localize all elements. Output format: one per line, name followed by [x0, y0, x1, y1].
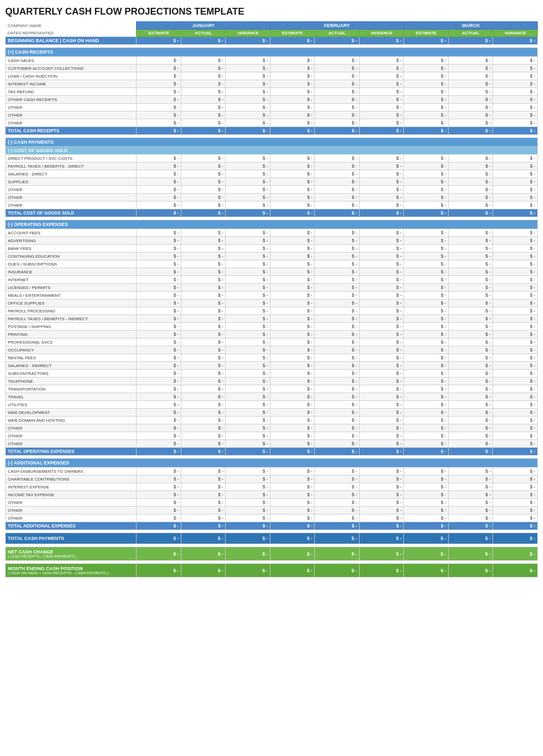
- cash-receipts-header: (+) CASH RECEIPTS: [6, 48, 538, 57]
- var-feb: VARIANCE: [359, 30, 404, 37]
- var-jan: VARIANCE: [226, 30, 270, 37]
- operating-expenses-header: (-) OPERATING EXPENSES: [6, 220, 538, 229]
- beginning-balance-row: BEGINNING BALANCE | CASH ON HAND $ - $ -…: [6, 37, 538, 45]
- list-item: ACCOUNT FEES$ -$ -$ -$ -$ -$ -$ -$ -$ -: [6, 229, 538, 237]
- bb-est-jan[interactable]: $ -: [137, 37, 181, 45]
- cash-flow-table: COMPANY NAME JANUARY FEBRUARY MARCH DATE…: [5, 21, 538, 577]
- beginning-balance-label: BEGINNING BALANCE | CASH ON HAND: [6, 37, 137, 45]
- bb-act-mar[interactable]: $ -: [448, 37, 493, 45]
- month-ending-sub: ( CASH ON HAND + CASH RECEIPTS – CASH PA…: [8, 571, 134, 575]
- list-item: PAYROLL TAXES / BENEFITS - DIRECT $ -$ -…: [6, 162, 538, 170]
- list-item: PROFESSIONAL SVCS$ -$ -$ -$ -$ -$ -$ -$ …: [6, 338, 538, 346]
- list-item: OTHER $ -$ -$ - $ -$ -$ - $ -$ -$ -: [6, 201, 538, 209]
- list-item: TAX REFUND $ -$ -$ - $ -$ -$ - $ -$ -$ -: [6, 88, 538, 96]
- bb-act-feb[interactable]: $ -: [315, 37, 360, 45]
- net-cash-change-label: NET CASH CHANGE: [8, 549, 134, 555]
- list-item: PAYROLL PROCESSING$ -$ -$ -$ -$ -$ -$ -$…: [6, 307, 538, 315]
- list-item: CONTINUING EDUCATION$ -$ -$ -$ -$ -$ -$ …: [6, 253, 538, 260]
- list-item: OTHER$ -$ -$ -$ -$ -$ -$ -$ -$ -: [6, 440, 538, 448]
- est-jan: ESTIMATE: [137, 30, 181, 37]
- march-header: MARCH: [404, 22, 538, 30]
- total-cogs-row: TOTAL COST OF GOODS SOLD $ -$ -$ - $ -$ …: [6, 209, 538, 217]
- list-item: PRINTING$ -$ -$ -$ -$ -$ -$ -$ -$ -: [6, 331, 538, 338]
- list-item: OTHER$ -$ -$ -$ -$ -$ -$ -$ -$ -: [6, 432, 538, 440]
- list-item: OCCUPANCY$ -$ -$ -$ -$ -$ -$ -$ -$ -: [6, 346, 538, 354]
- list-item: PAYROLL TAXES / BENEFITS - INDIRECT$ -$ …: [6, 315, 538, 323]
- list-item: INCOME TAX EXPENSE$ -$ -$ -$ -$ -$ -$ -$…: [6, 491, 538, 499]
- list-item: CUSTOMER ACCOUNT COLLECTIONS $ -$ -$ - $…: [6, 65, 538, 72]
- list-item: OTHER $ -$ -$ - $ -$ -$ - $ -$ -$ -: [6, 119, 538, 127]
- list-item: INTERNET$ -$ -$ -$ -$ -$ -$ -$ -$ -: [6, 276, 538, 284]
- bb-var-mar[interactable]: $ -: [493, 37, 538, 45]
- additional-expenses-header: (-) ADDITIONAL EXPENSES: [6, 459, 538, 468]
- list-item: ADVERTISING$ -$ -$ -$ -$ -$ -$ -$ -$ -: [6, 237, 538, 245]
- net-cash-change-row: NET CASH CHANGE ( CASH RECEIPTS – CASH P…: [6, 547, 538, 561]
- list-item: POSTAGE / SHIPPING$ -$ -$ -$ -$ -$ -$ -$…: [6, 323, 538, 331]
- bb-var-jan[interactable]: $ -: [226, 37, 270, 45]
- february-header: FEBRUARY: [270, 22, 404, 30]
- total-cash-payments-row: TOTAL CASH PAYMENTS $ -$ -$ - $ -$ -$ - …: [6, 533, 538, 544]
- list-item: WEB DEVELOPMENT$ -$ -$ -$ -$ -$ -$ -$ -$…: [6, 409, 538, 417]
- list-item: WEB DOMAIN AND HOSTING$ -$ -$ -$ -$ -$ -…: [6, 417, 538, 424]
- dates-label: DATES REPRESENTED: [6, 30, 137, 37]
- list-item: RENTAL FEES$ -$ -$ -$ -$ -$ -$ -$ -$ -: [6, 354, 538, 362]
- list-item: OTHER $ -$ -$ - $ -$ -$ - $ -$ -$ -: [6, 186, 538, 194]
- list-item: SUBCONTRACTORS$ -$ -$ -$ -$ -$ -$ -$ -$ …: [6, 370, 538, 377]
- list-item: OTHER $ -$ -$ - $ -$ -$ - $ -$ -$ -: [6, 104, 538, 111]
- list-item: OTHER $ -$ -$ - $ -$ -$ - $ -$ -$ -: [6, 194, 538, 201]
- var-mar: VARIANCE: [493, 30, 538, 37]
- cogs-header: (-) COST OF GOODS SOLD: [6, 147, 538, 155]
- page: QUARTERLY CASH FLOW PROJECTIONS TEMPLATE…: [0, 0, 543, 584]
- month-ending-label: MONTH ENDING CASH POSITION: [8, 566, 134, 571]
- total-cash-receipts-row: TOTAL CASH RECEIPTS $ -$ -$ - $ -$ -$ - …: [6, 127, 538, 135]
- bb-est-mar[interactable]: $ -: [404, 37, 449, 45]
- act-jan: ACTUAL: [181, 30, 226, 37]
- cash-payments-header: (-) CASH PAYMENTS: [6, 138, 538, 147]
- month-ending-row: MONTH ENDING CASH POSITION ( CASH ON HAN…: [6, 564, 538, 577]
- list-item: OTHER$ -$ -$ -$ -$ -$ -$ -$ -$ -: [6, 424, 538, 432]
- main-title: QUARTERLY CASH FLOW PROJECTIONS TEMPLATE: [5, 6, 538, 17]
- list-item: MEALS / ENTERTAINMENT$ -$ -$ -$ -$ -$ -$…: [6, 292, 538, 299]
- list-item: SALARIES - DIRECT $ -$ -$ - $ -$ -$ - $ …: [6, 170, 538, 178]
- net-cash-change-sub: ( CASH RECEIPTS – CASH PAYMENTS ): [8, 555, 134, 558]
- list-item: LOAN / CASH INJECTION $ -$ -$ - $ -$ -$ …: [6, 72, 538, 80]
- list-item: CASH SALES $ -$ -$ - $ -$ -$ - $ -$ -$ -: [6, 57, 538, 65]
- bb-est-feb[interactable]: $ -: [270, 37, 315, 45]
- list-item: TRAVEL$ -$ -$ -$ -$ -$ -$ -$ -$ -: [6, 393, 538, 401]
- list-item: UTILITIES$ -$ -$ -$ -$ -$ -$ -$ -$ -: [6, 401, 538, 409]
- list-item: BANK FEES$ -$ -$ -$ -$ -$ -$ -$ -$ -: [6, 245, 538, 253]
- company-name-label: COMPANY NAME: [6, 22, 137, 30]
- list-item: OTHER$ -$ -$ -$ -$ -$ -$ -$ -$ -: [6, 507, 538, 514]
- list-item: DUES / SUBSCRIPTIONS$ -$ -$ -$ -$ -$ -$ …: [6, 260, 538, 268]
- bb-act-jan[interactable]: $ -: [181, 37, 226, 45]
- list-item: LICENSES / PERMITS$ -$ -$ -$ -$ -$ -$ -$…: [6, 284, 538, 292]
- act-feb: ACTUAL: [315, 30, 360, 37]
- sub-header-row: DATES REPRESENTED ESTIMATE ACTUAL VARIAN…: [6, 30, 538, 37]
- company-row: COMPANY NAME JANUARY FEBRUARY MARCH: [6, 22, 538, 30]
- bb-var-feb[interactable]: $ -: [359, 37, 404, 45]
- list-item: TELEPHONE$ -$ -$ -$ -$ -$ -$ -$ -$ -: [6, 377, 538, 385]
- customer-collections-label: CUSTOMER ACCOUNT COLLECTIONS: [6, 65, 137, 72]
- january-header: JANUARY: [137, 22, 270, 30]
- list-item: TRANSPORTATION$ -$ -$ -$ -$ -$ -$ -$ -$ …: [6, 385, 538, 393]
- list-item: CASH DISBURSEMENTS TO OWNERS$ -$ -$ -$ -…: [6, 468, 538, 475]
- total-operating-row: TOTAL OPERATING EXPENSES $ -$ -$ - $ -$ …: [6, 448, 538, 456]
- list-item: SUPPLIES $ -$ -$ - $ -$ -$ - $ -$ -$ -: [6, 178, 538, 186]
- list-item: CHARITABLE CONTRIBUTIONS$ -$ -$ -$ -$ -$…: [6, 475, 538, 483]
- list-item: DIRECT PRODUCT / SVC COSTS $ -$ -$ - $ -…: [6, 155, 538, 162]
- total-additional-row: TOTAL ADDITIONAL EXPENSES $ -$ -$ - $ -$…: [6, 522, 538, 530]
- cash-sales-label: CASH SALES: [6, 57, 137, 65]
- act-mar: ACTUAL: [448, 30, 493, 37]
- list-item: INTEREST INCOME $ -$ -$ - $ -$ -$ - $ -$…: [6, 80, 538, 88]
- interest-expense-row: INTEREST EXPENSE$ -$ -$ -$ -$ -$ -$ -$ -…: [6, 483, 538, 491]
- list-item: OFFICE SUPPLIES$ -$ -$ -$ -$ -$ -$ -$ -$…: [6, 299, 538, 307]
- list-item: OTHER$ -$ -$ -$ -$ -$ -$ -$ -$ -: [6, 499, 538, 507]
- list-item: SALARIES - INDIRECT$ -$ -$ -$ -$ -$ -$ -…: [6, 362, 538, 370]
- list-item: INSURANCE$ -$ -$ -$ -$ -$ -$ -$ -$ -: [6, 268, 538, 276]
- list-item: OTHER$ -$ -$ -$ -$ -$ -$ -$ -$ -: [6, 514, 538, 522]
- est-feb: ESTIMATE: [270, 30, 315, 37]
- list-item: OTHER CASH RECEIPTS $ -$ -$ - $ -$ -$ - …: [6, 96, 538, 104]
- list-item: OTHER $ -$ -$ - $ -$ -$ - $ -$ -$ -: [6, 111, 538, 119]
- est-mar: ESTIMATE: [404, 30, 449, 37]
